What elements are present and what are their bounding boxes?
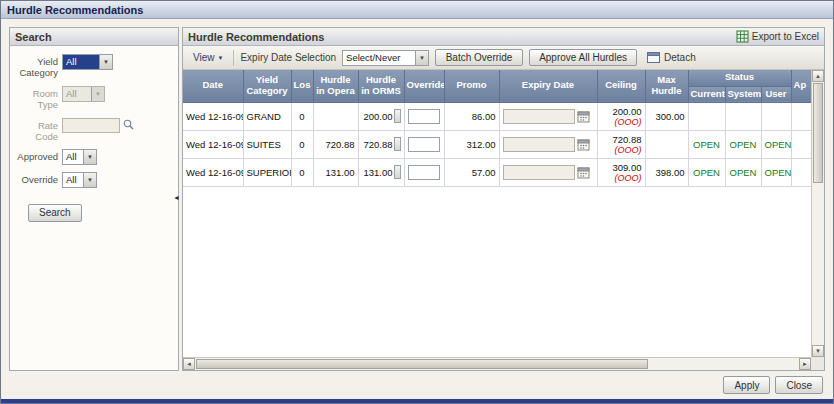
expiry-date-input[interactable] [503, 165, 575, 180]
cell-status-current: OPEN [688, 130, 725, 158]
date-picker-icon[interactable] [577, 110, 590, 123]
col-header-date[interactable]: Date [183, 70, 243, 102]
search-form: Yield Category All ▼ Room Type All ▼ Rat… [10, 46, 178, 222]
rate-code-input [62, 118, 120, 133]
chevron-down-icon[interactable]: ▼ [99, 55, 112, 69]
hurdle-panel-header: Hurdle Recommendations Export to Excel [183, 28, 824, 46]
chevron-down-icon[interactable]: ▼ [83, 173, 96, 187]
splitter-collapse-arrow[interactable]: ◄ [173, 194, 180, 201]
col-header-status-system[interactable]: System [725, 86, 761, 102]
date-picker-icon[interactable] [577, 166, 590, 179]
close-button[interactable]: Close [775, 376, 823, 394]
detach-label: Detach [664, 52, 696, 63]
hurdle-table: Date Yield Category Los Hurdle in Opera … [183, 70, 811, 187]
col-header-max-hurdle[interactable]: Max Hurdle [645, 70, 688, 102]
override-input[interactable] [408, 109, 440, 124]
yield-category-select[interactable]: All ▼ [62, 54, 113, 70]
table-row[interactable]: Wed 12-16-09 GRAND 0 200.00 [183, 102, 811, 130]
approved-select[interactable]: All ▼ [62, 149, 97, 165]
hurdle-orms-value: 720.88 [363, 139, 392, 150]
scroll-up-arrow[interactable]: ▲ [812, 70, 824, 82]
col-header-approve-partial[interactable]: Ap [791, 70, 811, 102]
hurdle-panel-title: Hurdle Recommendations [188, 31, 324, 43]
rate-code-row: Rate Code [14, 118, 174, 143]
expiry-date-selection-select[interactable]: Select/Never ▼ [342, 50, 429, 66]
col-header-los[interactable]: Los [291, 70, 313, 102]
view-menu-button[interactable]: View ▼ [189, 50, 227, 65]
batch-override-button[interactable]: Batch Override [435, 49, 523, 66]
rate-code-lookup-button[interactable] [122, 118, 135, 131]
scroll-left-arrow[interactable]: ◄ [183, 358, 195, 370]
col-header-hurdle-in-orms[interactable]: Hurdle in ORMS [358, 70, 404, 102]
search-button[interactable]: Search [28, 204, 82, 222]
window-titlebar: Hurdle Recommendations [1, 1, 833, 19]
col-header-expiry-date[interactable]: Expiry Date [499, 70, 597, 102]
vertical-scrollbar[interactable]: ▲ ▼ [811, 70, 824, 357]
cell-max-hurdle: 398.00 [645, 158, 688, 186]
horizontal-scrollbar[interactable]: ◄ ► [183, 357, 811, 370]
override-row: Override All ▼ [14, 172, 174, 188]
orms-detail-button[interactable] [394, 137, 401, 151]
cell-approve [791, 102, 811, 130]
cell-status-system: OPEN [725, 158, 761, 186]
orms-detail-button[interactable] [394, 165, 401, 179]
approve-all-hurdles-button[interactable]: Approve All Hurdles [529, 49, 637, 66]
override-input[interactable] [408, 165, 440, 180]
col-header-promo[interactable]: Promo [444, 70, 499, 102]
cell-los: 0 [291, 102, 313, 130]
table-header: Date Yield Category Los Hurdle in Opera … [183, 70, 811, 102]
col-header-status-user[interactable]: User [761, 86, 791, 102]
table-toolbar: View ▼ Expiry Date Selection Select/Neve… [183, 46, 824, 70]
cell-hurdle-orms: 200.00 [358, 102, 404, 130]
table-row[interactable]: Wed 12-16-09 SUPERIOR 0 131.00 131.00 [183, 158, 811, 186]
export-to-excel-button[interactable]: Export to Excel [736, 30, 819, 43]
col-header-status-group: Status [688, 70, 791, 86]
cell-ceiling: 720.88 (OOO) [597, 130, 645, 158]
col-header-status-current[interactable]: Current [688, 86, 725, 102]
chevron-down-icon[interactable]: ▼ [83, 150, 96, 164]
scrollbar-corner [811, 357, 824, 370]
cell-promo: 86.00 [444, 102, 499, 130]
table-row[interactable]: Wed 12-16-09 SUITES 0 720.88 720.88 [183, 130, 811, 158]
detach-icon [647, 52, 660, 63]
search-panel: Search Yield Category All ▼ Room Type Al… [9, 27, 179, 371]
yield-category-value: All [63, 55, 99, 69]
cell-hurdle-opera: 131.00 [313, 158, 358, 186]
override-input[interactable] [408, 137, 440, 152]
chevron-down-icon[interactable]: ▼ [415, 51, 428, 65]
override-select[interactable]: All ▼ [62, 172, 97, 188]
override-value: All [63, 173, 83, 187]
table-viewport: Date Yield Category Los Hurdle in Opera … [183, 70, 811, 357]
ceiling-ooo-note: (OOO) [601, 173, 642, 183]
ceiling-value: 200.00 [601, 106, 642, 117]
vertical-scroll-thumb[interactable] [813, 83, 823, 183]
expiry-date-input[interactable] [503, 109, 575, 124]
cell-date: Wed 12-16-09 [183, 102, 243, 130]
search-panel-header: Search [10, 28, 178, 46]
horizontal-scroll-thumb[interactable] [196, 359, 648, 369]
hurdle-orms-value: 200.00 [363, 111, 392, 122]
col-header-hurdle-in-opera[interactable]: Hurdle in Opera [313, 70, 358, 102]
hurdle-recommendations-panel: Hurdle Recommendations Export to Excel V… [182, 27, 825, 371]
scroll-right-arrow[interactable]: ► [799, 358, 811, 370]
col-header-ceiling[interactable]: Ceiling [597, 70, 645, 102]
apply-button[interactable]: Apply [723, 376, 770, 394]
cell-los: 0 [291, 158, 313, 186]
col-header-override[interactable]: Override [404, 70, 444, 102]
cell-expiry-date [499, 158, 597, 186]
orms-detail-button[interactable] [394, 109, 401, 123]
ceiling-value: 720.88 [601, 134, 642, 145]
expiry-date-selection-label: Expiry Date Selection [240, 52, 336, 63]
room-type-label: Room Type [14, 86, 62, 111]
date-picker-icon[interactable] [577, 138, 590, 151]
override-label: Override [14, 172, 62, 185]
ceiling-ooo-note: (OOO) [601, 117, 642, 127]
col-header-yield-category[interactable]: Yield Category [243, 70, 291, 102]
cell-yield-category: GRAND [243, 102, 291, 130]
cell-hurdle-orms: 131.00 [358, 158, 404, 186]
expiry-date-input[interactable] [503, 137, 575, 152]
detach-button[interactable]: Detach [643, 50, 700, 65]
cell-promo: 312.00 [444, 130, 499, 158]
scroll-down-arrow[interactable]: ▼ [812, 345, 824, 357]
toolbar-separator [233, 50, 234, 66]
